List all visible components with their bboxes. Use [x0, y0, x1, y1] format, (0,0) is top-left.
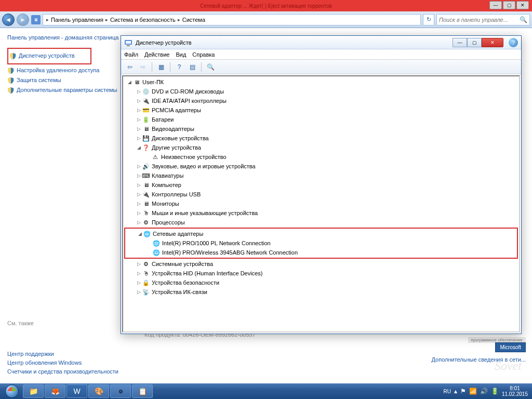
breadcrumb[interactable]: ▸ Панель управления ▸ Система и безопасн…: [43, 14, 421, 25]
expand-icon[interactable]: ▷: [136, 261, 142, 267]
tree-category[interactable]: ▷🔊Звуковые, видео и игровые устройства: [124, 162, 518, 171]
expand-icon[interactable]: ▷: [136, 201, 142, 206]
window-maximize-button[interactable]: ▢: [467, 38, 482, 47]
breadcrumb-item[interactable]: Панель управления: [51, 17, 103, 23]
search-input[interactable]: [439, 17, 520, 23]
taskbar-paint[interactable]: 🎨: [88, 384, 109, 398]
taskbar-word[interactable]: W: [66, 384, 87, 398]
toolbar-back-button[interactable]: ⇦: [124, 61, 136, 73]
expand-icon[interactable]: ▷: [136, 89, 142, 94]
taskbar-app[interactable]: 📋: [132, 384, 153, 398]
expand-icon[interactable]: ▷: [136, 173, 142, 178]
toolbar-show-hidden-button[interactable]: ▦: [155, 61, 167, 73]
forward-button[interactable]: ►: [17, 14, 29, 26]
search-icon[interactable]: 🔍: [520, 16, 527, 23]
taskbar-explorer[interactable]: 📁: [23, 384, 44, 398]
toolbar-forward-button[interactable]: ⇨: [137, 61, 149, 73]
tree-category[interactable]: ▷💾Дисковые устройства: [124, 134, 518, 143]
network-icon[interactable]: 📶: [469, 388, 477, 395]
sidebar-device-manager[interactable]: Диспетчер устройств: [9, 52, 75, 60]
clock[interactable]: 8:01 11.02.2015: [502, 385, 528, 397]
tree-unknown-device[interactable]: ⚠Неизвестное устройство: [124, 152, 518, 162]
maximize-button[interactable]: ▢: [503, 1, 515, 9]
sidebar-remote-settings[interactable]: Настройка удаленного доступа: [7, 67, 119, 74]
start-button[interactable]: [2, 384, 22, 398]
tree-category[interactable]: ▷📡Устройства ИК-связи: [124, 287, 518, 297]
action-center-icon[interactable]: ⚑: [460, 388, 466, 395]
tree-category[interactable]: ▷⌨Клавиатуры: [124, 171, 518, 180]
taskbar-control-panel[interactable]: ⚙: [110, 384, 131, 398]
expand-icon[interactable]: ▷: [136, 280, 142, 285]
sidebar-performance[interactable]: Счетчики и средства производительности: [7, 368, 118, 375]
refresh-button[interactable]: ↻: [423, 14, 434, 25]
tree-category[interactable]: ▷🖱Мыши и иные указывающие устройства: [124, 208, 518, 218]
device-tree[interactable]: ◢ 🖥 User-ПК ▷💿DVD и CD-ROM дисководы▷🔌ID…: [122, 75, 520, 332]
toolbar-help-button[interactable]: ?: [174, 61, 185, 73]
back-button[interactable]: ◄: [2, 14, 15, 26]
expand-icon[interactable]: ◢: [126, 79, 132, 85]
tree-category[interactable]: ▷🔋Батареи: [124, 115, 518, 124]
toolbar-properties-button[interactable]: ▤: [187, 61, 198, 73]
tree-category[interactable]: ▷💳PCMCIA адаптеры: [124, 105, 518, 115]
expand-icon[interactable]: ▷: [136, 126, 142, 131]
tree-category[interactable]: ▷🖥Видеоадаптеры: [124, 124, 518, 134]
menu-help[interactable]: Справка: [192, 51, 215, 58]
menu-file[interactable]: Файл: [124, 51, 138, 58]
expand-icon[interactable]: ◢: [136, 145, 142, 150]
taskbar-firefox[interactable]: 🦊: [45, 384, 65, 398]
tree-category[interactable]: ◢❓Другие устройства: [124, 143, 518, 152]
search-box[interactable]: 🔍: [436, 14, 530, 25]
expand-icon[interactable]: ▷: [136, 192, 142, 197]
menu-view[interactable]: Вид: [176, 51, 186, 58]
window-titlebar[interactable]: Диспетчер устройств — ▢ ✕ ?: [121, 36, 521, 49]
device-icon: 🖱: [142, 269, 150, 277]
expand-icon[interactable]: ▷: [136, 98, 142, 103]
minimize-button[interactable]: —: [489, 1, 502, 9]
tree-category[interactable]: ▷🖱Устройства HID (Human Interface Device…: [124, 269, 518, 278]
tree-root[interactable]: ◢ 🖥 User-ПК: [124, 77, 518, 87]
tree-network-device[interactable]: 🌐Intel(R) PRO/Wireless 3945ABG Network C…: [125, 248, 517, 257]
expand-icon[interactable]: ▷: [136, 182, 142, 188]
toolbar-scan-hardware-button[interactable]: 🔍: [205, 61, 216, 73]
tree-category[interactable]: ▷🔌IDE ATA/ATAPI контроллеры: [124, 96, 518, 105]
close-button[interactable]: ✕: [516, 1, 529, 9]
tray-chevron-icon[interactable]: ▴: [454, 388, 457, 395]
tree-category[interactable]: ▷⚙Системные устройства: [124, 259, 518, 269]
chevron-right-icon: ▸: [46, 17, 49, 22]
expand-icon[interactable]: ▷: [136, 220, 142, 225]
expand-icon[interactable]: ▷: [136, 271, 142, 276]
sidebar-advanced-settings[interactable]: Дополнительные параметры системы: [7, 87, 119, 94]
tree-network-adapters[interactable]: ◢🌐Сетевые адаптеры: [125, 229, 517, 238]
tree-category[interactable]: ▷💿DVD и CD-ROM дисководы: [124, 87, 518, 96]
menu-action[interactable]: Действие: [144, 51, 169, 58]
tree-category[interactable]: ▷🖥Компьютер: [124, 180, 518, 190]
tree-category[interactable]: ▷⚙Процессоры: [124, 218, 518, 227]
window-close-button[interactable]: ✕: [482, 38, 503, 47]
battery-icon[interactable]: 🔋: [491, 388, 499, 395]
device-manager-window: Диспетчер устройств — ▢ ✕ ? Файл Действи…: [121, 35, 522, 334]
expand-icon[interactable]: ▷: [136, 136, 142, 141]
language-indicator[interactable]: RU: [443, 389, 450, 394]
sidebar-system-protection[interactable]: Защита системы: [7, 77, 119, 84]
computer-icon: 🖥: [132, 78, 141, 86]
help-button[interactable]: ?: [509, 38, 518, 47]
tree-category[interactable]: ▷🔒Устройства безопасности: [124, 278, 518, 287]
expand-icon[interactable]: ▷: [136, 210, 142, 216]
window-minimize-button[interactable]: —: [453, 38, 467, 47]
tree-category[interactable]: ▷🖥Мониторы: [124, 199, 518, 208]
control-panel-home-link[interactable]: Панель управления - домашняя страница: [7, 34, 119, 41]
tree-label: Другие устройства: [152, 144, 201, 151]
tree-category[interactable]: ▷🔌Контроллеры USB: [124, 190, 518, 199]
expand-icon[interactable]: ◢: [137, 231, 143, 236]
tree-network-device[interactable]: 🌐Intel(R) PRO/1000 PL Network Connection: [125, 238, 517, 248]
expand-icon[interactable]: ▷: [136, 108, 142, 113]
volume-icon[interactable]: 🔊: [480, 388, 488, 395]
more-info-link[interactable]: Дополнительные сведения в сети...: [432, 356, 526, 363]
breadcrumb-item[interactable]: Система: [182, 17, 205, 23]
sidebar-action-center[interactable]: Центр поддержки: [7, 351, 118, 357]
expand-icon[interactable]: ▷: [136, 289, 142, 295]
breadcrumb-item[interactable]: Система и безопасность: [110, 17, 176, 23]
sidebar-windows-update[interactable]: Центр обновления Windows: [7, 360, 118, 366]
expand-icon[interactable]: ▷: [136, 164, 142, 169]
expand-icon[interactable]: ▷: [136, 117, 142, 122]
